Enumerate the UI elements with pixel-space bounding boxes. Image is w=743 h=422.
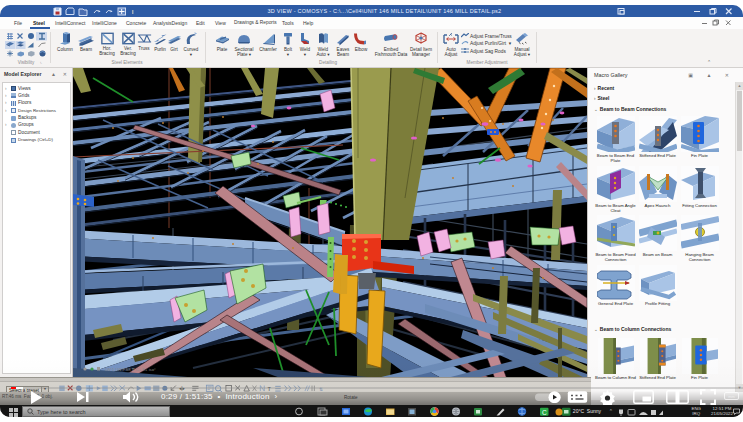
svg-text:C: C xyxy=(542,409,547,416)
svg-text:LW:1 LW:PS8 ∇ C+ E+ iso°: LW:1 LW:PS8 ∇ C+ E+ iso° xyxy=(105,367,156,372)
